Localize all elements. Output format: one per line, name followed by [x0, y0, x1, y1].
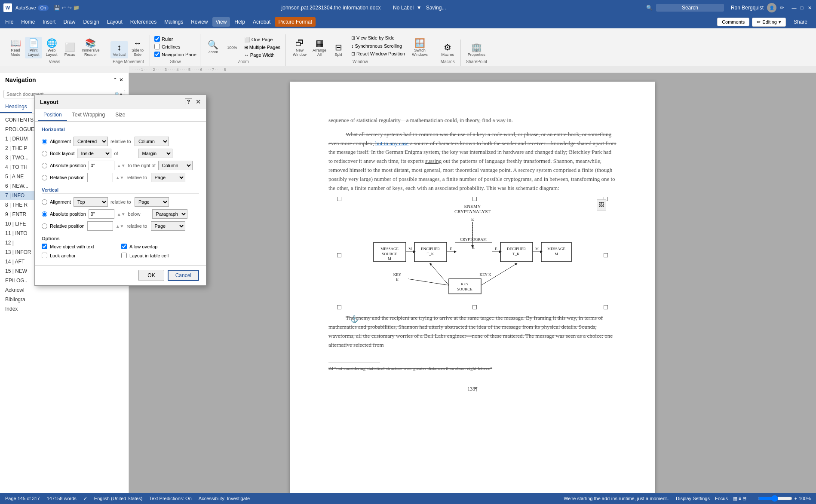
- lock-anchor-checkbox[interactable]: [42, 253, 47, 258]
- resize-handle-br[interactable]: [604, 305, 608, 309]
- zoom-level[interactable]: 100%: [799, 496, 811, 501]
- book-layout-radio[interactable]: [42, 151, 47, 156]
- v-alignment-radio[interactable]: [42, 199, 47, 205]
- menu-design[interactable]: Design: [80, 17, 102, 27]
- menu-review[interactable]: Review: [187, 17, 211, 27]
- nav-item-acknowledge[interactable]: Acknowl: [0, 285, 129, 295]
- v-relative-radio[interactable]: [42, 223, 47, 229]
- v-absolute-input[interactable]: [89, 209, 114, 219]
- nav-pane-checkbox-row[interactable]: Navigation Pane: [154, 51, 196, 58]
- view-side-by-side-btn[interactable]: ⊞ View Side by Side: [350, 34, 407, 42]
- accessibility[interactable]: Accessibility: Investigate: [199, 496, 250, 501]
- book-layout-select[interactable]: Inside: [77, 149, 111, 158]
- dialog-tab-position[interactable]: Position: [38, 109, 67, 121]
- switch-windows-btn[interactable]: 🪟SwitchWindows: [409, 37, 430, 58]
- focus-status[interactable]: Focus: [715, 496, 728, 501]
- dialog-close-btn[interactable]: ✕: [196, 98, 201, 105]
- language[interactable]: English (United States): [94, 496, 143, 501]
- one-page-btn[interactable]: ⬜ One Page: [242, 36, 282, 43]
- synchronous-scrolling-btn[interactable]: ↕ Synchronous Scrolling: [350, 43, 407, 49]
- menu-home[interactable]: Home: [18, 17, 38, 27]
- autosave-toggle[interactable]: On: [38, 5, 49, 11]
- comments-button[interactable]: Comments: [717, 18, 749, 26]
- spell-check-icon[interactable]: ✓: [83, 496, 87, 501]
- resize-handle-mr[interactable]: [604, 253, 608, 257]
- immersive-reader-btn[interactable]: 📚ImmersiveReader: [79, 37, 102, 58]
- v-below-select[interactable]: Paragraph: [152, 209, 187, 219]
- gridlines-checkbox[interactable]: [154, 44, 160, 49]
- resize-handle-ml[interactable]: [337, 253, 341, 257]
- menu-picture-format[interactable]: Picture Format: [275, 17, 316, 27]
- multiple-pages-btn[interactable]: ⊞ Multiple Pages: [242, 44, 282, 51]
- search-bar[interactable]: Search: [656, 4, 724, 12]
- 100pct-btn[interactable]: 100%: [224, 43, 241, 52]
- maximize-btn[interactable]: □: [799, 5, 805, 11]
- menu-file[interactable]: File: [2, 17, 17, 27]
- resize-handle-tc[interactable]: [472, 197, 477, 201]
- ok-button[interactable]: OK: [138, 270, 164, 281]
- nav-close-icon[interactable]: ✕: [119, 77, 123, 83]
- macros-btn[interactable]: ⚙Macros: [439, 41, 457, 58]
- editing-button[interactable]: ✏ Editing ▾: [752, 18, 786, 27]
- menu-layout[interactable]: Layout: [104, 17, 126, 27]
- zoom-btn[interactable]: 🔍Zoom: [205, 39, 222, 56]
- nav-item-bibliography[interactable]: Bibliogra: [0, 295, 129, 304]
- new-window-btn[interactable]: 🗗NewWindow: [290, 37, 309, 58]
- h-absolute-input[interactable]: [89, 161, 114, 170]
- allow-overlap-checkbox[interactable]: [121, 244, 127, 249]
- close-btn[interactable]: ✕: [807, 5, 813, 11]
- book-of-select[interactable]: Margin: [138, 149, 172, 158]
- page-width-btn[interactable]: ↔ Page Width: [242, 52, 282, 58]
- menu-mailings[interactable]: Mailings: [161, 17, 187, 27]
- dialog-tab-text-wrapping[interactable]: Text Wrapping: [67, 109, 110, 121]
- h-right-of-select[interactable]: Column: [158, 161, 193, 170]
- h-alignment-select[interactable]: Centered: [74, 137, 108, 146]
- display-settings[interactable]: Display Settings: [676, 496, 710, 501]
- read-mode-btn[interactable]: 📖ReadMode: [7, 37, 24, 58]
- share-button[interactable]: Share: [788, 17, 813, 27]
- nav-pane-checkbox[interactable]: [154, 52, 160, 57]
- layout-in-table-option[interactable]: Layout in table cell: [121, 253, 199, 258]
- v-relative-to-select[interactable]: Page: [135, 197, 169, 207]
- zoom-plus-btn[interactable]: +: [794, 496, 797, 501]
- document-area[interactable]: sequence of statistical regularity—a mat…: [129, 73, 816, 500]
- resize-handle-tl[interactable]: [337, 197, 341, 201]
- resize-handle-bc[interactable]: [472, 305, 477, 309]
- menu-references[interactable]: References: [127, 17, 160, 27]
- h-relative-to-select[interactable]: Column: [135, 137, 169, 146]
- print-layout-btn[interactable]: 📄PrintLayout: [25, 37, 42, 58]
- properties-btn[interactable]: 🏢Properties: [465, 41, 488, 58]
- allow-overlap-option[interactable]: Allow overlap: [121, 244, 199, 249]
- web-layout-btn[interactable]: 🌐WebLayout: [43, 37, 60, 58]
- image-layout-icon[interactable]: 🖼: [597, 199, 606, 210]
- h-alignment-radio[interactable]: [42, 139, 47, 144]
- h-absolute-radio[interactable]: [42, 163, 47, 168]
- nav-tab-headings[interactable]: Headings: [0, 101, 32, 113]
- menu-view[interactable]: View: [212, 17, 230, 27]
- h-rel-to-select2[interactable]: Page: [151, 173, 185, 182]
- dialog-help-icon[interactable]: ?: [185, 98, 192, 105]
- v-relative-input[interactable]: [87, 221, 113, 231]
- lock-anchor-option[interactable]: Lock anchor: [42, 253, 120, 258]
- move-with-text-checkbox[interactable]: [42, 244, 47, 249]
- menu-help[interactable]: Help: [231, 17, 248, 27]
- zoom-minus-btn[interactable]: —: [752, 496, 756, 501]
- vertical-btn[interactable]: ↕Vertical: [110, 41, 129, 58]
- minimize-btn[interactable]: —: [791, 5, 797, 11]
- nav-item-index[interactable]: Index: [0, 304, 129, 314]
- v-rel-to-select2[interactable]: Page: [151, 221, 185, 231]
- ruler-checkbox[interactable]: [154, 36, 160, 42]
- zoom-range-input[interactable]: [758, 495, 792, 502]
- ruler-checkbox-row[interactable]: Ruler: [154, 36, 196, 42]
- dialog-tab-size[interactable]: Size: [110, 109, 130, 121]
- split-btn[interactable]: ⊟Split: [330, 41, 347, 58]
- reset-window-position-btn[interactable]: ⊡ Reset Window Position: [350, 50, 407, 58]
- menu-acrobat[interactable]: Acrobat: [249, 17, 274, 27]
- move-with-text-option[interactable]: Move object with text: [42, 244, 120, 249]
- v-absolute-radio[interactable]: [42, 211, 47, 217]
- h-relative-radio[interactable]: [42, 175, 47, 180]
- menu-insert[interactable]: Insert: [39, 17, 59, 27]
- cancel-button[interactable]: Cancel: [168, 270, 199, 281]
- gridlines-checkbox-row[interactable]: Gridlines: [154, 43, 196, 50]
- v-alignment-select[interactable]: Top: [74, 197, 108, 207]
